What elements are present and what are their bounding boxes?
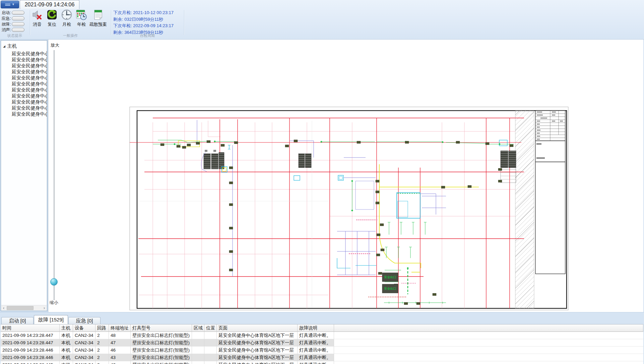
table-row[interactable]: 2021-09-09 14:23:28.447 本机 CAN2-34 2 47 …	[1, 339, 643, 347]
zoom-slider-track[interactable]	[54, 50, 55, 300]
status-label-start: 启动:	[2, 10, 11, 16]
exit-sign: 安全出口	[382, 284, 398, 293]
clock-tab[interactable]: 2021-09-09 14:24:06	[20, 0, 79, 9]
fault-table: 时间 主机 设备 回路 终端地址 灯具型号 区域 位置 页面 故障说明 2021…	[1, 324, 643, 364]
host-tree-panel: ◢ 主机 延安全民健身中心体育馆A区地下一层 延安全民健身中心体育馆A区地下一层…	[1, 40, 47, 311]
exit-sign-text: 安全出口	[384, 287, 396, 290]
status-row-emergency: 应急:	[2, 16, 24, 21]
plan-viewer[interactable]: 安全出口 安全出口 放大 缩小	[48, 40, 643, 312]
column-header-position[interactable]: 位置	[204, 324, 217, 332]
exit-sign: 安全出口	[382, 273, 398, 282]
table-row[interactable]: 2021-09-09 14:23:28.445 本机 CAN2-34 2 42 …	[1, 361, 643, 364]
cad-sheet	[130, 107, 568, 310]
evacuation-plan-button[interactable]: 疏散预案	[88, 9, 108, 31]
status-row-mute: 消声:	[2, 27, 24, 33]
app-menu-button[interactable]: ▼	[1, 1, 19, 8]
zoom-slider-thumb[interactable]	[50, 278, 58, 286]
monthly-remaining: 剩余: 032日09时59分11秒	[113, 16, 174, 23]
tree-item-page[interactable]: 延安全民健身中心体育馆A区地下一层	[1, 75, 47, 81]
annual-check-button[interactable]: 年检	[74, 9, 89, 31]
tab-fault-events[interactable]: 故障 [1529]	[34, 315, 68, 324]
tree-root-host[interactable]: ◢ 主机	[3, 43, 17, 49]
next-monthly-check: 下次月检: 2021-10-12 00:23:17	[113, 9, 174, 16]
tab-start-events[interactable]: 启动 [0]	[1, 317, 34, 324]
cad-title-block	[535, 111, 565, 274]
tree-root-label: 主机	[7, 43, 17, 49]
next-annual-check: 下次年检: 2022-09-09 14:23:17	[113, 22, 174, 29]
status-label-mute: 消声:	[2, 27, 11, 33]
annual-check-calendar-icon	[76, 9, 87, 20]
tree-items: 延安全民健身中心体育馆A区地下一层 延安全民健身中心体育馆A区地下一层 延安全民…	[1, 51, 47, 117]
tree-item-page[interactable]: 延安全民健身中心体育馆A区地下一层	[1, 87, 47, 93]
exit-sign-text: 安全出口	[384, 276, 396, 279]
status-row-start: 启动:	[2, 10, 24, 15]
reset-icon	[46, 9, 58, 20]
scrollbar-thumb[interactable]	[7, 306, 34, 310]
chevron-down-icon: ▼	[12, 3, 15, 6]
fault-table-header: 时间 主机 设备 回路 终端地址 灯具型号 区域 位置 页面 故障说明	[1, 324, 643, 332]
menu-icon	[5, 4, 10, 6]
tree-item-page[interactable]: 延安全民健身中心体育馆A区地下一层	[1, 99, 47, 105]
group-caption-selfcheck: 自检周期	[112, 33, 183, 38]
zoom-out-label: 缩小	[50, 300, 58, 306]
evacuation-plan-icon	[92, 9, 104, 20]
status-indicator-mute	[12, 28, 24, 32]
tab-emergency-events[interactable]: 应急 [0]	[68, 317, 101, 324]
ribbon: ▼ 2021-09-09 14:24:06 启动: 应急: 故障: 消声: 状态…	[0, 0, 644, 40]
tree-item-page[interactable]: 延安全民健身中心体育馆A区地下一层	[1, 81, 47, 87]
scroll-left-icon[interactable]: ‹	[1, 306, 6, 310]
status-label-emergency: 应急:	[2, 16, 11, 21]
event-log-panel: 启动 [0] 故障 [1529] 应急 [0] 时间 主机 设备 回路 终端地址…	[0, 312, 644, 364]
column-header-model[interactable]: 灯具型号	[131, 324, 192, 332]
ribbon-separator	[111, 10, 111, 35]
tree-item-page[interactable]: 延安全民健身中心体育馆A区地下一层	[1, 105, 47, 111]
tree-item-page[interactable]: 延安全民健身中心体育馆A区地下一层	[1, 51, 47, 57]
monthly-check-button[interactable]: 月检	[59, 9, 74, 31]
tree-item-page[interactable]: 延安全民健身中心体育馆A区地下一层	[1, 63, 47, 69]
column-header-fault-desc[interactable]: 故障说明	[298, 324, 334, 332]
status-label-fault: 故障:	[2, 21, 11, 27]
tree-item-page[interactable]: 延安全民健身中心体育馆A区地下一层	[1, 93, 47, 99]
column-header-filler	[334, 324, 643, 332]
selfcheck-info: 下次月检: 2021-10-12 00:23:17 剩余: 032日09时59分…	[113, 9, 174, 36]
mute-speaker-icon	[31, 9, 43, 20]
current-time: 2021-09-09 14:24:06	[25, 2, 75, 8]
status-indicator-start	[12, 11, 24, 15]
status-indicator-fault	[12, 22, 24, 26]
status-row-fault: 故障:	[2, 21, 24, 27]
table-row[interactable]: 2021-09-09 14:23:28.446 本机 CAN2-34 2 46 …	[1, 347, 643, 354]
tree-expander-icon[interactable]: ◢	[3, 45, 5, 48]
table-row[interactable]: 2021-09-09 14:23:28.446 本机 CAN2-34 2 43 …	[1, 354, 643, 361]
reset-button[interactable]: 复位	[45, 9, 59, 31]
cad-floorplan: 安全出口 安全出口	[48, 40, 643, 312]
tree-item-page[interactable]: 延安全民健身中心体育馆A区地下一层	[1, 69, 47, 75]
tree-item-page[interactable]: 延安全民健身中心体育馆A区地下一层	[1, 111, 47, 117]
tree-item-page[interactable]: 延安全民健身中心体育馆A区地下一层	[1, 57, 47, 63]
column-header-terminal[interactable]: 终端地址	[109, 324, 131, 332]
group-caption-status: 状态提示	[0, 33, 29, 38]
status-indicator-emergency	[12, 16, 24, 20]
sidebar-horizontal-scrollbar[interactable]: ‹ ›	[1, 305, 47, 310]
table-row[interactable]: 2021-09-09 14:23:28.447 本机 CAN2-34 2 48 …	[1, 332, 643, 339]
ribbon-separator	[184, 10, 184, 35]
column-header-time[interactable]: 时间	[1, 324, 60, 332]
mute-button[interactable]: 消音	[30, 9, 45, 31]
column-header-area[interactable]: 区域	[192, 324, 204, 332]
column-header-loop[interactable]: 回路	[95, 324, 109, 332]
group-caption-actions: 一般操作	[31, 33, 110, 38]
monthly-check-clock-icon	[61, 9, 72, 20]
zoom-in-label: 放大	[51, 42, 59, 48]
column-header-host[interactable]: 主机	[60, 324, 73, 332]
scroll-right-icon[interactable]: ›	[42, 306, 47, 310]
column-header-page[interactable]: 页面	[217, 324, 298, 332]
column-header-device[interactable]: 设备	[73, 324, 95, 332]
